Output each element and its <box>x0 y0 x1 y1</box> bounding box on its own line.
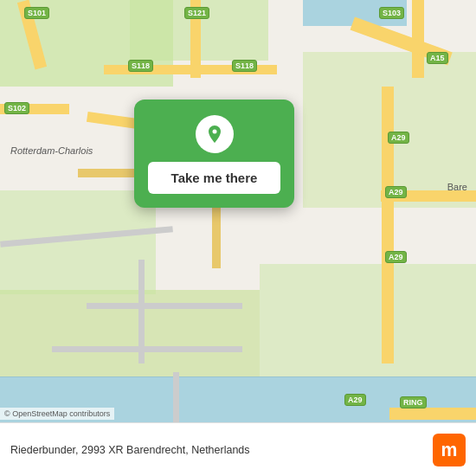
road-gray <box>87 303 242 309</box>
place-label-rotterdam: Rotterdam-Charlois <box>10 145 93 156</box>
road-ring <box>389 408 476 420</box>
road-badge-s102: S102 <box>4 102 29 114</box>
bottom-bar: Riederbunder, 2993 XR Barendrecht, Nethe… <box>0 422 476 476</box>
road-badge-s121: S121 <box>184 7 209 19</box>
take-me-there-button[interactable]: Take me there <box>148 162 280 194</box>
road-badge-a29b: A29 <box>385 186 407 198</box>
svg-point-1 <box>212 130 216 134</box>
green-area <box>260 264 476 376</box>
road-badge-s103: S103 <box>379 7 404 19</box>
road-badge-a29d: A29 <box>344 394 366 406</box>
map-container: S101 S102 S118 S118 S121 S103 A29 A15 A2… <box>0 0 476 476</box>
location-icon <box>196 115 234 153</box>
road-badge-s118b: S118 <box>232 60 257 72</box>
road-badge-a29a: A29 <box>388 132 409 144</box>
place-label-bare: Bare <box>447 182 467 192</box>
location-popup: Take me there <box>134 100 294 208</box>
osm-credit: © OpenStreetMap contributors <box>0 408 114 420</box>
road-badge-a29c: A29 <box>385 251 407 263</box>
road-badge-a15: A15 <box>427 52 448 64</box>
svg-text:m: m <box>441 439 458 460</box>
road-badge-s118a: S118 <box>128 60 153 72</box>
moovit-svg: m <box>433 434 466 466</box>
pin-icon <box>204 124 225 145</box>
moovit-logo: m <box>433 434 466 466</box>
road-badge-s101: S101 <box>24 7 49 19</box>
road-badge-ring: RING <box>400 396 427 408</box>
road-gray <box>52 346 242 352</box>
address-text: Riederbunder, 2993 XR Barendrecht, Nethe… <box>10 444 433 456</box>
road-a29-vertical <box>382 87 394 363</box>
